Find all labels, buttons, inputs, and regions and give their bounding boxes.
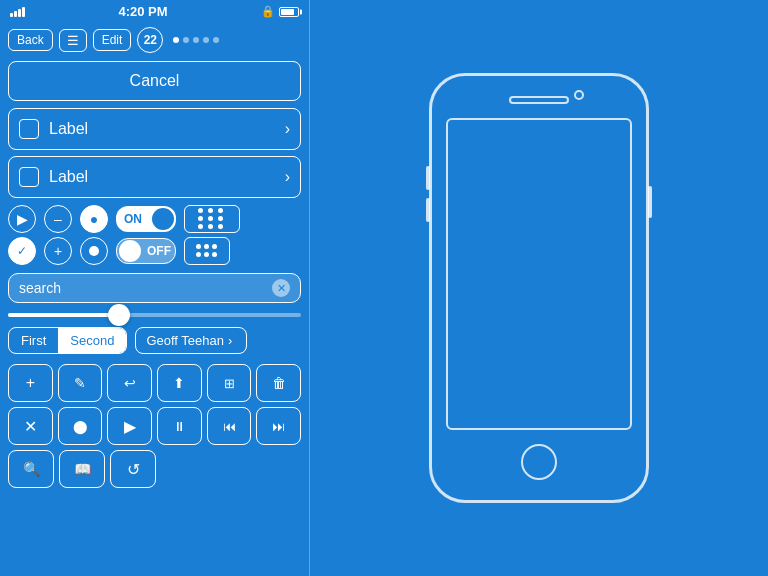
action-row-3: 🔍 📖 ↺ [8,450,301,488]
toggle-off-circle [119,240,141,262]
status-time: 4:20 PM [118,4,167,19]
checkbox-1[interactable] [19,119,39,139]
label-text-2: Label [49,168,285,186]
minus-icon[interactable]: – [44,205,72,233]
play-button[interactable]: ▶ [107,407,152,445]
phone-home-button[interactable] [521,444,557,480]
add-button[interactable]: + [8,364,53,402]
label-text-1: Label [49,120,285,138]
search-button[interactable]: 🔍 [8,450,54,488]
toolbar-dots [173,37,219,43]
radio-dot [89,246,99,256]
segmented-section: First Second Geoff Teehan › [8,327,301,354]
radio-empty-icon[interactable] [80,237,108,265]
action-row-2: ✕ ⬤ ▶ ⏸ ⏮ ⏭ [8,407,301,445]
controls-row-2: ✓ + OFF [8,237,301,265]
hamburger-icon: ☰ [67,33,79,48]
edit-button[interactable]: Edit [93,29,132,51]
chevron-right-icon-2: › [285,168,290,186]
album-button[interactable]: ⊞ [207,364,252,402]
toggle-on-circle [152,208,174,230]
radio-filled-icon[interactable]: ● [80,205,108,233]
phone-power-button[interactable] [648,186,652,218]
reply-button[interactable]: ↩ [107,364,152,402]
edit-action-button[interactable]: ✎ [58,364,103,402]
fast-forward-button[interactable]: ⏭ [256,407,301,445]
refresh-button[interactable]: ↺ [110,450,156,488]
grid-dots-large-1 [198,208,226,230]
slider-section[interactable] [8,313,301,317]
phone-speaker [509,96,569,104]
signal-icon [10,7,25,17]
toolbar: Back ☰ Edit 22 [0,23,309,57]
rewind-button[interactable]: ⏮ [207,407,252,445]
right-panel [310,0,768,576]
grid-dots-small [196,244,218,258]
profile-name: Geoff Teehan [146,333,224,348]
status-bar-left [10,7,25,17]
dot-4 [203,37,209,43]
dot-5 [213,37,219,43]
back-button[interactable]: Back [8,29,53,51]
menu-button[interactable]: ☰ [59,29,87,52]
checkbox-2[interactable] [19,167,39,187]
share-button[interactable]: ⬆ [157,364,202,402]
slider-track [8,313,301,317]
close-button[interactable]: ✕ [8,407,53,445]
phone-camera [574,90,584,100]
profile-link[interactable]: Geoff Teehan › [135,327,247,354]
checkmark-icon[interactable]: ✓ [8,237,36,265]
grid-button-small[interactable] [184,237,230,265]
seg-first-button[interactable]: First [9,328,58,353]
profile-chevron-icon: › [228,333,232,348]
left-panel: 4:20 PM 🔒 Back ☰ Edit 22 Cancel Label › [0,0,310,576]
status-bar-right: 🔒 [261,5,299,18]
segmented-control: First Second [8,327,127,354]
phone-frame [429,73,649,503]
battery-icon [279,7,299,17]
plus-circle-icon[interactable]: + [44,237,72,265]
dot-2 [183,37,189,43]
controls-section: ▶ – ● ON ✓ + [8,205,301,265]
toggle-off[interactable]: OFF [116,238,176,264]
dot-3 [193,37,199,43]
seg-second-button[interactable]: Second [58,328,126,353]
search-input[interactable] [19,280,272,296]
phone-screen [446,118,632,430]
toggle-off-label: OFF [147,244,171,258]
search-clear-button[interactable]: ✕ [272,279,290,297]
grid-button-large-1[interactable] [184,205,240,233]
phone-volume-up-button[interactable] [426,166,430,190]
forward-icon[interactable]: ▶ [8,205,36,233]
controls-row-1: ▶ – ● ON [8,205,301,233]
cancel-button[interactable]: Cancel [8,61,301,101]
dot-1 [173,37,179,43]
slider-fill [8,313,119,317]
badge-count: 22 [137,27,163,53]
book-button[interactable]: 📖 [59,450,105,488]
toggle-on-label: ON [124,212,142,226]
label-row-2[interactable]: Label › [8,156,301,198]
delete-button[interactable]: 🗑 [256,364,301,402]
search-bar: ✕ [8,273,301,303]
label-row-1[interactable]: Label › [8,108,301,150]
action-row-1: + ✎ ↩ ⬆ ⊞ 🗑 [8,364,301,402]
camera-button[interactable]: ⬤ [58,407,103,445]
action-grid: + ✎ ↩ ⬆ ⊞ 🗑 ✕ ⬤ ▶ ⏸ ⏮ ⏭ 🔍 📖 ↺ [8,364,301,488]
chevron-right-icon-1: › [285,120,290,138]
phone-volume-down-button[interactable] [426,198,430,222]
status-bar: 4:20 PM 🔒 [0,0,309,23]
clear-icon: ✕ [277,282,286,295]
lock-icon: 🔒 [261,5,275,18]
toggle-on[interactable]: ON [116,206,176,232]
slider-thumb[interactable] [108,304,130,326]
pause-button[interactable]: ⏸ [157,407,202,445]
